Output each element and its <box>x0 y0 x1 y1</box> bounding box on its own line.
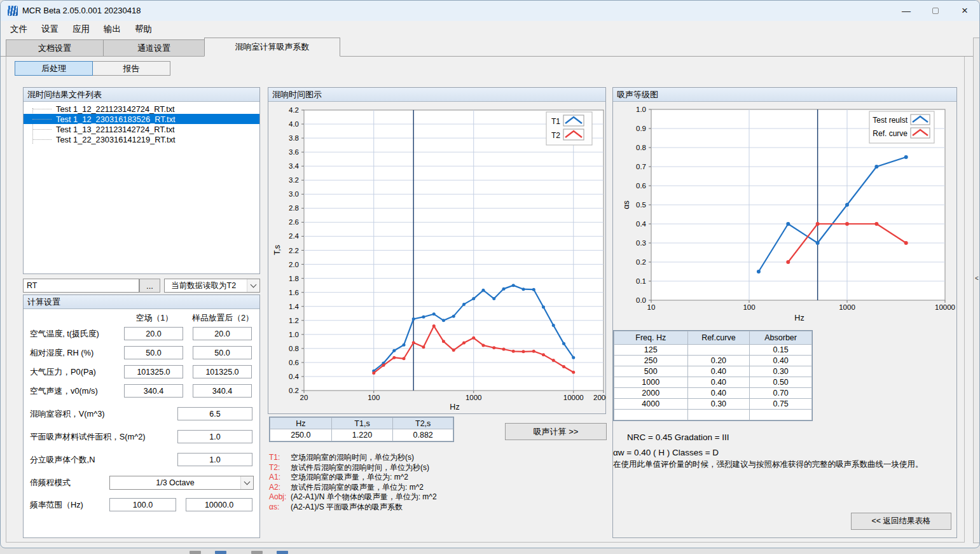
svg-text:0.6: 0.6 <box>289 359 299 366</box>
close-button[interactable]: × <box>950 1 979 21</box>
data-mode-dropdown[interactable]: 当前数据读取为T2 <box>164 279 260 293</box>
subtab-report[interactable]: 报告 <box>92 61 170 76</box>
calc-row-label-3: 空气声速，v0(m/s) <box>30 384 98 398</box>
grade-table-row <box>614 410 812 420</box>
note-line-4: Aobj:(A2-A1)/N 单个物体的吸声量，单位为: m^2 <box>269 492 606 502</box>
menu-item-3[interactable]: 输出 <box>97 21 128 38</box>
absorption-calc-label: 吸声计算 >> <box>534 426 579 438</box>
browse-button-label: ... <box>146 281 153 291</box>
calc-input-3-empty[interactable] <box>124 384 183 398</box>
table-cell: 0.70 <box>750 388 812 399</box>
note-label: T2: <box>269 463 291 473</box>
calc-single-input-1[interactable] <box>177 430 252 443</box>
app-icon <box>8 6 18 16</box>
note-label: Aobj: <box>269 492 291 502</box>
svg-text:2.0: 2.0 <box>289 261 299 268</box>
note-text: (A2-A1)/N 单个物体的吸声量，单位为: m^2 <box>291 492 437 502</box>
calc-input-1-sample[interactable] <box>193 346 252 359</box>
absorption-calc-button[interactable]: 吸声计算 >> <box>505 423 607 440</box>
rt-table-row: 250.01.2200.882 <box>270 429 453 441</box>
svg-text:4.2: 4.2 <box>289 106 299 114</box>
table-cell: 0.40 <box>687 388 750 399</box>
table-cell: 0.40 <box>687 366 750 377</box>
calc-settings-title: 计算设置 <box>24 295 259 309</box>
calc-input-1-empty[interactable] <box>124 346 183 359</box>
calc-input-0-sample[interactable] <box>193 327 252 340</box>
svg-text:10000: 10000 <box>935 303 955 311</box>
menu-item-1[interactable]: 设置 <box>34 21 66 38</box>
table-cell: 1.220 <box>331 429 393 441</box>
calc-single-input-0[interactable] <box>177 407 252 420</box>
svg-text:0.8: 0.8 <box>636 144 646 151</box>
svg-text:2.2: 2.2 <box>289 247 299 254</box>
file-item[interactable]: Test 1_13_221123142724_RT.txt <box>24 124 259 134</box>
svg-text:2.8: 2.8 <box>289 204 299 212</box>
result-name-input[interactable] <box>23 279 139 293</box>
svg-text:0.1: 0.1 <box>636 277 646 285</box>
note-label: A1: <box>269 473 291 483</box>
calc-input-2-empty[interactable] <box>124 365 183 378</box>
table-cell: 0.40 <box>750 356 812 366</box>
grade-table-row: 40000.300.75 <box>614 399 812 410</box>
calc-input-3-sample[interactable] <box>193 384 252 398</box>
svg-text:3.4: 3.4 <box>289 162 300 170</box>
back-to-results-label: << 返回结果表格 <box>871 516 930 527</box>
side-panel-splitter[interactable]: < <box>973 38 980 543</box>
table-cell: 0.50 <box>750 377 812 388</box>
svg-text:T,s: T,s <box>273 245 282 255</box>
octave-mode-dropdown[interactable]: 1/3 Octave <box>109 476 254 490</box>
svg-text:0.9: 0.9 <box>636 125 646 132</box>
calc-single-input-2[interactable] <box>177 453 252 466</box>
rt-value-table-frame: HzT1,sT2,s250.01.2200.882 <box>269 417 454 442</box>
grade-chart[interactable]: 0.00.10.20.30.40.50.60.70.80.91.01010010… <box>614 102 957 326</box>
dropdown-chevron-box[interactable] <box>240 476 253 489</box>
collapse-left-icon[interactable]: < <box>974 275 980 282</box>
svg-text:0.8: 0.8 <box>289 345 299 352</box>
table-cell: 4000 <box>614 399 688 410</box>
minimize-icon: — <box>902 6 911 16</box>
file-item[interactable]: Test 1_12_230316183526_RT.txt <box>24 114 259 124</box>
freq-max-input[interactable] <box>186 498 252 511</box>
calc-single-label-0: 混响室容积，V(m^3) <box>30 407 105 420</box>
rt-chart[interactable]: 0.20.40.60.81.01.21.41.61.82.02.22.42.62… <box>269 102 606 413</box>
window-controls: — × <box>892 1 979 21</box>
menu-item-0[interactable]: 文件 <box>3 21 34 38</box>
menu-item-4[interactable]: 帮助 <box>128 21 159 38</box>
file-item[interactable]: Test 1_12_221123142724_RT.txt <box>24 104 259 114</box>
table-cell: 0.15 <box>750 345 812 356</box>
svg-text:0.7: 0.7 <box>636 163 646 170</box>
svg-text:T1: T1 <box>551 117 560 126</box>
window-title: MCR Beta 2.05.0.001 20230418 <box>22 1 141 21</box>
maximize-button[interactable] <box>921 1 950 21</box>
calc-input-2-sample[interactable] <box>193 365 252 378</box>
file-name: Test 1_12_230316183526_RT.txt <box>56 114 176 124</box>
column-header: Hz <box>270 418 332 429</box>
grade-table: Freq. HzRef.curveAbsorber125 0.152500.20… <box>614 331 812 420</box>
subtab-label: 报告 <box>123 63 140 74</box>
tab-2[interactable]: 混响室计算吸声系数 <box>204 38 340 57</box>
tab-0[interactable]: 文档设置 <box>6 39 104 56</box>
file-item[interactable]: Test 1_22_230316141219_RT.txt <box>24 134 259 144</box>
calc-input-0-empty[interactable] <box>124 327 183 340</box>
table-cell: 0.75 <box>750 399 812 410</box>
note-text: 放试件后混响室的混响时间，单位为秒(s) <box>291 463 429 473</box>
file-name: Test 1_13_221123142724_RT.txt <box>56 125 175 134</box>
menu-item-2[interactable]: 应用 <box>66 21 97 38</box>
table-cell: 500 <box>614 366 688 377</box>
note-line-5: αs:(A2-A1)/S 平面吸声体的吸声系数 <box>269 502 606 513</box>
svg-text:2.6: 2.6 <box>289 218 299 226</box>
back-to-results-button[interactable]: << 返回结果表格 <box>851 513 951 530</box>
table-cell <box>750 410 812 420</box>
calc-settings-body: 空场（1） 样品放置后（2） 倍频程模式 1/3 Octave 频率范围（Hz)… <box>24 309 259 537</box>
subtab-postprocess[interactable]: 后处理 <box>15 61 93 76</box>
dropdown-chevron-box[interactable] <box>247 279 259 292</box>
file-name: Test 1_22_230316141219_RT.txt <box>56 135 176 144</box>
svg-text:0.6: 0.6 <box>636 182 646 190</box>
alpha-w-result: αw = 0.40 ( H ) Classes = D <box>613 448 719 457</box>
freq-min-input[interactable] <box>109 498 176 511</box>
minimize-button[interactable]: — <box>892 1 921 21</box>
file-name: Test 1_12_221123142724_RT.txt <box>56 104 175 114</box>
browse-button[interactable]: ... <box>139 279 160 293</box>
subtab-label: 后处理 <box>41 63 66 74</box>
tab-1[interactable]: 通道设置 <box>103 39 205 56</box>
